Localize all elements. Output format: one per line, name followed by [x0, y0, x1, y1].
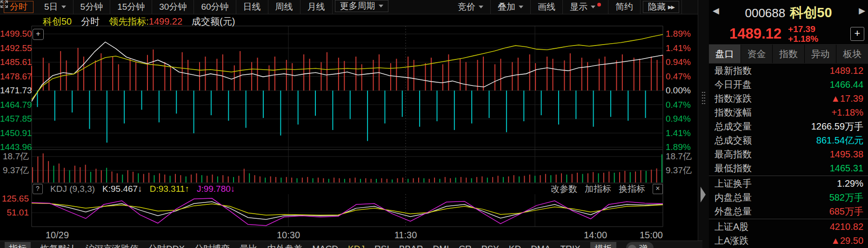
quote-value: 685万手	[829, 205, 863, 218]
bottom-item-MACD[interactable]: MACD	[312, 244, 338, 248]
splitter-grip-icon[interactable]	[701, 91, 706, 105]
quote-label: 最新指数	[714, 65, 752, 77]
quote-row: 最新指数1489.12	[709, 64, 868, 78]
indicator-bottom-bar: 指标恢复默认沪深京涨跌值分时DDX分时博弈量比内外盘差MACDKDJRSIBBA…	[0, 241, 702, 248]
bottom-item-沪深京涨跌值[interactable]: 沪深京涨跌值	[86, 243, 139, 248]
quote-value: 1266.59万手	[811, 120, 863, 133]
time-axis-label: 15:00	[635, 230, 663, 241]
quote-row: 内盘总量582万手	[709, 190, 868, 204]
bottom-item-分时博弈[interactable]: 分时博弈	[194, 243, 230, 248]
percent-axis-label: 1.89%	[666, 143, 691, 152]
panel-splitter[interactable]	[698, 0, 710, 248]
quote-value: 1495.38	[830, 149, 863, 160]
bottom-item-DMA[interactable]: DMA	[531, 244, 550, 248]
time-axis-label: 11:30	[394, 230, 417, 241]
bottom-item-RSI[interactable]: RSI	[374, 244, 389, 248]
bottom-item-量比[interactable]: 量比	[240, 243, 257, 248]
change-value: +17.39	[788, 24, 818, 34]
quote-row: 外盘总量685万手	[709, 204, 868, 218]
chart-region: 分时5日5分钟15分钟30分钟60分钟日线周线月线更多周期 竞价叠加画线显示简约…	[0, 0, 698, 248]
bottom-item-模板[interactable]: 模板	[590, 242, 616, 248]
legend-lead: 领先指标:1499.22	[109, 15, 182, 28]
last-price: 1489.12	[729, 26, 781, 42]
quote-label: 指数涨幅	[714, 106, 752, 119]
kdj-legend-bar: ? KDJ (9,3,3) K:95.467↓ D:93.311↑ J:99.7…	[33, 184, 663, 194]
add-overlay-button[interactable]: +	[33, 29, 44, 40]
intraday-chart[interactable]	[0, 0, 698, 248]
quote-value: 1465.31	[830, 163, 863, 174]
volume-axis-label: 18.7亿	[0, 152, 29, 161]
quote-label: 外盘总量	[714, 205, 752, 218]
price-axis-label: 1499.50	[0, 29, 29, 39]
price-axis-label: 1464.79	[0, 100, 29, 110]
quote-label: 指数涨跌	[714, 92, 752, 105]
edit-params-button[interactable]: 改参数	[551, 183, 577, 195]
quote-row: 上证A股4210.82	[709, 220, 868, 234]
quote-row: 指数涨幅+1.18%	[709, 105, 868, 119]
panel-tabs: 盘口资金指数异动板块	[709, 44, 868, 64]
time-axis-label: 10/29	[46, 230, 69, 241]
quote-row: 上证换手1.29%	[709, 176, 868, 190]
help-icon[interactable]: ?	[33, 184, 43, 194]
change-percent: +1.18%	[788, 34, 818, 44]
legend-index-name: 科创50	[43, 15, 72, 28]
bottom-item-恢复默认[interactable]: 恢复默认	[40, 243, 76, 248]
close-icon[interactable]: ×	[653, 184, 663, 194]
tab-板块[interactable]: 板块	[836, 45, 868, 63]
price-axis-label: 1443.96	[0, 143, 29, 152]
price-axis-label: 1492.55	[0, 44, 29, 53]
tab-异动[interactable]: 异动	[805, 45, 837, 63]
kdj-scale-label: 51.01	[0, 208, 29, 217]
bottom-item-TRIX[interactable]: TRIX	[560, 244, 580, 248]
bottom-item-指标[interactable]: 指标	[5, 242, 31, 248]
bottom-item-KDJ[interactable]: KDJ	[348, 244, 365, 248]
time-axis-label: 10:30	[277, 230, 300, 241]
kdj-k-value: K:95.467↓	[102, 184, 142, 194]
add-indicator-button[interactable]: 加指标	[585, 183, 611, 195]
bottom-item-分时DDX[interactable]: 分时DDX	[148, 243, 185, 248]
quote-row: 总成交额861.54亿元	[709, 133, 868, 147]
bottom-item-内外盘差[interactable]: 内外盘差	[267, 243, 302, 248]
quote-label: 最低指数	[714, 162, 752, 175]
bottom-item-PSY[interactable]: PSY	[481, 244, 499, 248]
stock-title: 000688 科创50	[709, 0, 868, 22]
stock-code: 000688	[745, 6, 785, 20]
price-axis-label: 1450.91	[0, 129, 29, 138]
tab-指数[interactable]: 指数	[773, 45, 805, 63]
percent-axis-label: 1.41%	[666, 44, 691, 53]
quote-label: 内盘总量	[714, 191, 752, 204]
quote-row: 今日开盘1466.44	[709, 78, 868, 91]
percent-axis-label: 0.94%	[666, 58, 691, 67]
stock-name: 科创50	[790, 4, 832, 22]
quote-value: 4210.82	[830, 222, 863, 232]
change-block: +17.39 +1.18%	[788, 24, 818, 44]
prev-stock-icon[interactable]: ◀	[713, 6, 719, 16]
kdj-buttons: 改参数 加指标 换指标 ×	[551, 183, 663, 195]
quote-row: 指数涨跌▲17.39	[709, 91, 868, 105]
bottom-item-BBAR[interactable]: BBAR	[399, 244, 423, 248]
volume-axis-label: 9.37亿	[0, 166, 29, 175]
next-stock-icon[interactable]: ▶	[859, 6, 865, 16]
price-axis-label: 1485.61	[0, 58, 29, 67]
swap-indicator-button[interactable]: 换指标	[619, 183, 645, 195]
collapse-arrow-icon[interactable]	[701, 187, 706, 202]
kdj-d-value: D:93.311↑	[150, 184, 189, 194]
percent-axis-label: 0.00%	[666, 86, 691, 95]
percent-axis-label: 1.89%	[666, 29, 691, 39]
add-to-watchlist-button[interactable]: +	[850, 27, 864, 41]
quote-label: 总成交额	[714, 134, 752, 147]
quote-label: 最高指数	[714, 148, 752, 161]
popup-indicator-button[interactable]: 弹	[626, 242, 654, 248]
bottom-item-DMI[interactable]: DMI	[433, 244, 449, 248]
percent-axis-label: 0.47%	[666, 100, 691, 110]
tab-盘口[interactable]: 盘口	[709, 45, 741, 63]
lead-value: 1499.22	[149, 16, 182, 26]
quote-label: 上A涨跌	[714, 235, 748, 247]
popup-label: 弹	[639, 243, 648, 248]
percent-axis-label: 0.47%	[666, 72, 691, 81]
tab-资金[interactable]: 资金	[741, 45, 773, 63]
bottom-item-CR[interactable]: CR	[459, 244, 471, 248]
bottom-item-KD[interactable]: KD	[509, 244, 521, 248]
quote-value: 1.29%	[837, 178, 863, 189]
volume-axis-label: 18.7亿	[666, 152, 692, 161]
